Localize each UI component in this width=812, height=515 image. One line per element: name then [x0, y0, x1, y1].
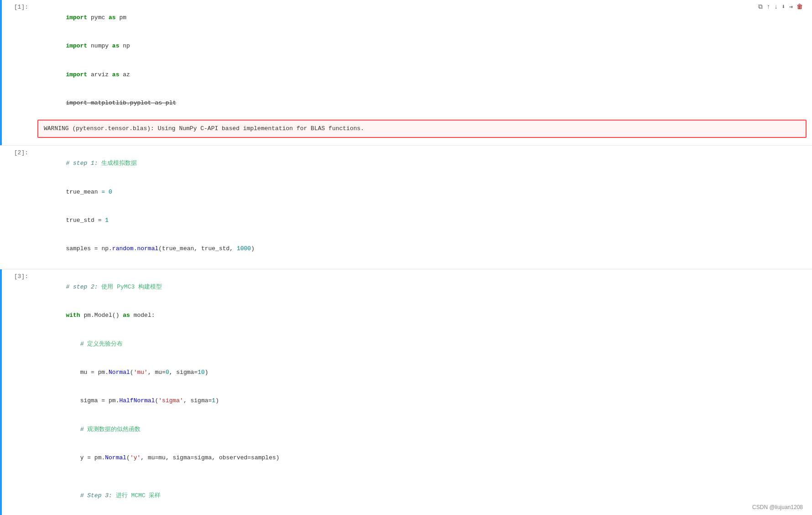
- keyword-as-2: as: [112, 42, 120, 49]
- cell3-line-1: # step 2: 使用 PyMC3 构建模型: [37, 273, 807, 301]
- code-text: true_mean: [66, 189, 101, 195]
- cell3-line-8: # Step 3: 进行 MCMC 采样: [37, 482, 807, 510]
- cell3-line-2: with pm.Model() as model:: [37, 301, 807, 330]
- cell-3-content: # step 2: 使用 PyMC3 构建模型 with pm.Model() …: [32, 269, 812, 515]
- cell3-line-5: sigma = pm.HalfNormal('sigma', sigma=1): [37, 387, 807, 415]
- keyword-import-3: import: [66, 71, 87, 78]
- comment-step3: # Step 3:: [66, 492, 115, 499]
- code-text: pm.Model(): [80, 312, 123, 319]
- code-text: true_std: [66, 217, 98, 224]
- comment-chinese-4: 观测数据的似然函数: [87, 426, 141, 433]
- cell3-line-4: mu = pm.Normal('mu', mu=0, sigma=10): [37, 358, 807, 387]
- keyword-as-1: as: [109, 14, 116, 21]
- comment-prior: #: [66, 341, 87, 347]
- copy-icon[interactable]: ⧉: [758, 3, 763, 11]
- comment-likelihood: #: [66, 426, 87, 433]
- cell-2-number: [2]:: [14, 149, 28, 156]
- code-text: (true_mean, true_std,: [158, 245, 237, 252]
- comment-chinese-2: 使用 PyMC3 构建模型: [101, 284, 162, 290]
- cell-2: [2]: # step 1: 生成模拟数据 true_mean = 0 true…: [0, 146, 812, 269]
- code-text: pm: [116, 14, 126, 21]
- cell-3-number: [3]:: [14, 273, 28, 280]
- code-text: az: [119, 71, 130, 78]
- str-y: 'y': [130, 454, 141, 461]
- num-1000: 1000: [237, 245, 251, 252]
- move-icon[interactable]: ⇥: [789, 3, 793, 11]
- notebook: [1]: ⧉ ↑ ↓ ⬇ ⇥ 🗑 import pymc as pm impor…: [0, 0, 812, 515]
- func-halfnormal: HalfNormal: [119, 397, 155, 404]
- cell3-line-7: y = pm.Normal('y', mu=mu, sigma=sigma, o…: [37, 444, 807, 472]
- func-normal: normal: [137, 245, 158, 252]
- cell-1: [1]: ⧉ ↑ ↓ ⬇ ⇥ 🗑 import pymc as pm impor…: [0, 0, 812, 146]
- cell2-line-1: # step 1: 生成模拟数据: [37, 149, 807, 178]
- code-text: samples = np.: [66, 245, 112, 252]
- watermark: CSDN @liujuan1208: [752, 504, 803, 510]
- cell2-line-2: true_mean = 0: [37, 178, 807, 206]
- code-text: , mu=mu, sigma=sigma, observed=samples): [141, 454, 279, 461]
- func-random: random: [112, 245, 134, 252]
- num-ten: 10: [198, 369, 205, 376]
- code-text: pymc: [87, 14, 109, 21]
- down-icon[interactable]: ↓: [774, 3, 778, 11]
- cell-1-toolbar: ⧉ ↑ ↓ ⬇ ⇥ 🗑: [758, 3, 803, 11]
- code-line-2: import numpy as np: [37, 32, 807, 60]
- delete-icon[interactable]: 🗑: [796, 3, 803, 11]
- cell-1-number: [1]:: [14, 4, 28, 11]
- keyword-with: with: [66, 312, 80, 319]
- comment-chinese-1: 生成模拟数据: [101, 160, 137, 167]
- cell3-blank: [37, 473, 807, 482]
- func-normal: Normal: [109, 369, 130, 376]
- comment-chinese-3: 定义先验分布: [87, 341, 123, 347]
- cell-1-gutter: [1]:: [0, 0, 32, 145]
- code-text: numpy: [87, 42, 112, 49]
- num-zero: 0: [166, 369, 169, 376]
- cell-2-content: # step 1: 生成模拟数据 true_mean = 0 true_std …: [32, 146, 812, 269]
- code-text: , sigma=: [183, 397, 212, 404]
- code-line-3: import arviz as az: [37, 61, 807, 89]
- cell-1-indicator: [0, 0, 2, 145]
- comment-chinese-5: 进行 MCMC 采样: [116, 492, 161, 499]
- code-line-4-strikethrough: import matplotlib.pyplot as plt: [37, 89, 807, 117]
- func-normal-y: Normal: [105, 454, 126, 461]
- code-text: , sigma=: [169, 369, 198, 376]
- cell2-line-3: true_std = 1: [37, 206, 807, 235]
- num-one: 1: [212, 397, 215, 404]
- str-sigma: 'sigma': [158, 397, 183, 404]
- keyword-import-2: import: [66, 42, 87, 49]
- up-icon[interactable]: ↑: [766, 3, 770, 11]
- cell3-line-3: # 定义先验分布: [37, 330, 807, 358]
- code-line-1: import pymc as pm: [37, 4, 807, 32]
- comment-step1: # step 1:: [66, 160, 101, 167]
- str-mu: 'mu': [134, 369, 148, 376]
- code-text: , mu=: [148, 369, 166, 376]
- warning-text: WARNING (pytensor.tensor.blas): Using Nu…: [44, 124, 800, 134]
- code-text: model:: [130, 312, 155, 319]
- cell-3-indicator: [0, 269, 2, 515]
- keyword-as: as: [123, 312, 130, 319]
- cell-2-gutter: [2]:: [0, 146, 32, 269]
- code-text: arviz: [87, 71, 112, 78]
- cell2-line-4: samples = np.random.normal(true_mean, tr…: [37, 235, 807, 263]
- cell3-line-6: # 观测数据的似然函数: [37, 415, 807, 444]
- code-text: ): [205, 369, 208, 376]
- strikethrough-text: import matplotlib.pyplot as plt: [66, 100, 176, 106]
- cell-1-content: ⧉ ↑ ↓ ⬇ ⇥ 🗑 import pymc as pm import num…: [32, 0, 812, 145]
- download-icon[interactable]: ⬇: [781, 3, 785, 11]
- code-text: np: [119, 42, 130, 49]
- code-text: y = pm.: [66, 454, 105, 461]
- code-text: (: [130, 369, 134, 376]
- code-text: sigma = pm.: [66, 397, 119, 404]
- warning-box: WARNING (pytensor.tensor.blas): Using Nu…: [37, 120, 807, 138]
- code-text: (: [126, 454, 130, 461]
- cell-3-gutter: [3]:: [0, 269, 32, 515]
- num-1: 1: [105, 217, 109, 224]
- code-text: mu = pm.: [66, 369, 109, 376]
- num-0: 0: [109, 189, 112, 195]
- cell3-line-9: idata = pm.sample(1000, tune=500, return…: [37, 510, 807, 515]
- equals-sign-2: =: [98, 217, 105, 224]
- keyword-as-3: as: [112, 71, 120, 78]
- code-text: ): [215, 397, 219, 404]
- comment-step2: # step 2:: [66, 284, 101, 290]
- equals-sign: =: [101, 189, 109, 195]
- code-text: ): [251, 245, 255, 252]
